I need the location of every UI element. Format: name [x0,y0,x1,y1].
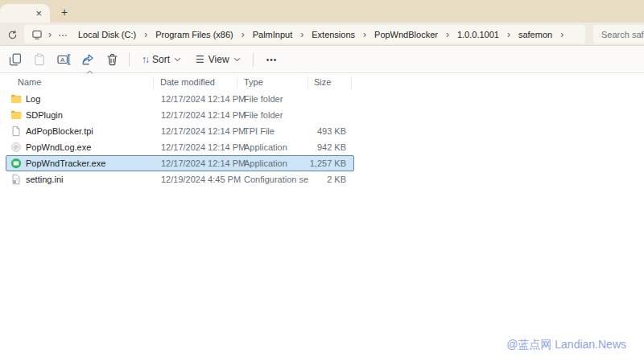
share-icon [81,53,94,66]
date-modified-cell: 12/17/2024 12:14 PM [154,94,237,104]
breadcrumb-item[interactable]: 1.0.0.1001 [452,27,504,42]
chevron-right-icon[interactable]: › [297,30,307,39]
column-header-size[interactable]: Size [308,76,352,88]
file-row-selected[interactable]: PopWndTracker.exe12/17/2024 12:14 PMAppl… [6,155,354,171]
paste-icon [33,53,46,66]
file-type-cell: Configuration sett... [237,175,308,184]
date-modified-cell: 12/17/2024 12:14 PM [154,158,237,168]
toolbar-separator [253,52,254,67]
this-pc-icon[interactable] [29,29,45,40]
file-name-cell: SDPlugin [6,109,154,121]
column-header-date-modified[interactable]: Date modified [154,76,237,88]
chevron-right-icon[interactable]: › [141,30,151,39]
file-row[interactable]: Log12/17/2024 12:14 PMFile folder [6,91,354,107]
file-type-cell: Application [237,158,308,168]
file-type-cell: File folder [237,110,308,120]
file-name: SDPlugin [26,110,63,120]
refresh-icon [7,30,18,40]
chevron-right-icon[interactable]: › [238,30,248,39]
rename-icon: A [57,53,71,66]
delete-button[interactable] [100,49,124,70]
delete-icon [106,53,118,66]
file-name-cell: Log [6,93,154,105]
rename-button[interactable]: A [52,49,76,70]
file-name: PopWndTracker.exe [26,158,105,168]
configuration-file-icon [10,174,22,185]
breadcrumb-item[interactable]: Program Files (x86) [151,27,238,42]
breadcrumb-item[interactable]: Extensions [307,27,360,42]
view-dropdown[interactable]: ☰ View [188,49,248,70]
file-row[interactable]: setting.ini12/19/2024 4:45 PMConfigurati… [6,171,354,187]
chevron-down-icon [233,57,241,62]
file-name: Log [26,94,40,104]
column-header-name[interactable]: Name [6,76,154,88]
date-modified-cell: 12/19/2024 4:45 PM [154,175,237,184]
file-name-cell: PopWndTracker.exe [6,158,154,169]
paste-button[interactable] [27,49,52,70]
file-size-cell: 942 KB [308,142,352,152]
command-toolbar: A ↑↓ Sort ☰ View ••• [0,47,644,73]
refresh-button[interactable] [5,27,19,42]
more-options-button[interactable]: ••• [258,49,286,70]
breadcrumb-item[interactable]: safemon [514,27,557,42]
date-modified-cell: 12/17/2024 12:14 PM [154,126,237,136]
chevron-right-icon[interactable]: › [557,30,567,39]
chevron-down-icon [174,57,181,62]
sort-ascending-icon [86,70,93,75]
column-header-row: Name Date modified Type Size [6,73,644,91]
sort-label: Sort [152,54,170,65]
chevron-right-icon[interactable]: › [443,30,452,39]
folder-icon [10,93,22,105]
file-size-cell: 493 KB [308,126,352,136]
file-type-cell: Application [237,142,308,152]
file-name-cell: setting.ini [6,174,154,185]
date-modified-cell: 12/17/2024 12:14 PM [154,142,237,152]
share-button[interactable] [76,49,100,70]
view-label: View [208,54,229,65]
breadcrumb-item[interactable]: Local Disk (C:) [73,27,141,42]
date-modified-cell: 12/17/2024 12:14 PM [154,110,237,120]
file-type-cell: File folder [237,94,308,104]
breadcrumb-item[interactable]: PalmInput [248,27,298,42]
copy-icon [9,53,22,66]
breadcrumb-item[interactable]: PopWndBlocker [369,27,443,42]
copy-button[interactable] [3,49,27,70]
file-rows: Log12/17/2024 12:14 PMFile folderSDPlugi… [6,91,644,187]
new-tab-button[interactable]: + [57,5,72,19]
breadcrumb[interactable]: › … Local Disk (C:)›Program Files (x86)›… [24,25,585,43]
file-name-cell: AdPopBlocker.tpi [6,125,154,137]
file-name-cell: PopWndLog.exe [6,142,154,153]
search-input[interactable] [593,25,644,43]
file-list-pane: Name Date modified Type Size Log12/17/20… [0,73,644,362]
more-options-icon: ••• [260,56,284,64]
file-size-cell: 1,257 KB [308,158,352,168]
chevron-right-icon[interactable]: › [360,30,369,39]
titlebar: × + [0,0,644,23]
file-name: setting.ini [26,175,63,184]
view-icon: ☰ [196,54,204,65]
file-icon [10,125,22,137]
sort-dropdown[interactable]: ↑↓ Sort [134,49,188,70]
file-row[interactable]: PopWndLog.exe12/17/2024 12:14 PMApplicat… [6,139,354,155]
application-green-icon [10,158,22,169]
chevron-right-icon[interactable]: › [45,30,55,39]
breadcrumb-overflow-button[interactable]: … [55,27,73,42]
folder-icon [10,109,22,121]
file-row[interactable]: SDPlugin12/17/2024 12:14 PMFile folder [6,107,354,123]
file-size-cell: 2 KB [308,175,352,184]
file-name: PopWndLog.exe [26,142,91,152]
explorer-tab[interactable]: × [0,4,50,23]
application-gray-icon [10,142,22,153]
column-header-type[interactable]: Type [237,76,308,88]
chevron-right-icon[interactable]: › [504,30,514,39]
address-bar: › … Local Disk (C:)›Program Files (x86)›… [0,23,644,46]
svg-text:A: A [60,56,65,64]
file-row[interactable]: AdPopBlocker.tpi12/17/2024 12:14 PMTPI F… [6,123,354,139]
toolbar-separator [129,52,130,67]
watermark: @蓝点网 Landian.News [506,338,626,352]
sort-icon: ↑↓ [142,54,148,65]
tab-close-icon[interactable]: × [35,8,42,19]
file-type-cell: TPI File [237,126,308,136]
file-name: AdPopBlocker.tpi [26,126,93,136]
